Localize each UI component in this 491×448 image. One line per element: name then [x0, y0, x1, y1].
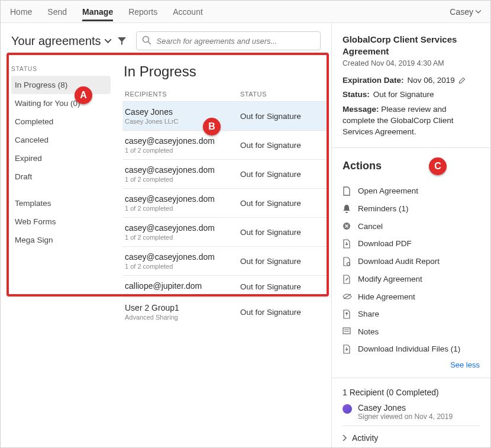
share-icon: [343, 310, 352, 319]
actions-title: Actions C: [343, 157, 480, 175]
action-reminders[interactable]: Reminders (1): [343, 200, 480, 218]
list-title: In Progress: [124, 63, 328, 80]
files-icon: [343, 344, 352, 354]
col-header-recipients[interactable]: RECIPIENTS: [125, 91, 240, 98]
action-download-pdf[interactable]: Download PDF: [343, 235, 480, 253]
action-download-audit[interactable]: Download Audit Report: [343, 253, 480, 270]
table-row[interactable]: calliope@jupiter.dom Out for Signature: [122, 275, 328, 297]
avatar-icon: [343, 404, 352, 414]
cancel-icon: [343, 222, 352, 230]
nav-home[interactable]: Home: [10, 2, 32, 21]
chevron-right-icon: [343, 435, 347, 441]
table-row[interactable]: User 2 Group1Advanced Sharing Out for Si…: [122, 297, 328, 326]
top-nav: Home Send Manage Reports Account Casey: [1, 1, 490, 23]
sidebar-item-webforms[interactable]: Web Forms: [11, 212, 111, 231]
action-notes[interactable]: Notes: [343, 323, 480, 340]
file-icon: [343, 186, 352, 196]
search-icon: [142, 36, 151, 45]
chevron-down-icon: [476, 10, 481, 14]
see-less-link[interactable]: See less: [343, 358, 480, 375]
sidebar-item-megasign[interactable]: Mega Sign: [11, 231, 111, 249]
activity-toggle[interactable]: Activity: [343, 426, 480, 447]
action-cancel[interactable]: Cancel: [343, 218, 480, 235]
user-menu[interactable]: Casey: [450, 7, 481, 17]
edit-icon: [343, 275, 352, 284]
message-label: Message:: [343, 105, 379, 114]
download-icon: [343, 239, 352, 249]
nav-account[interactable]: Account: [173, 2, 203, 21]
chevron-down-icon: [105, 39, 111, 43]
table-row[interactable]: casey@caseyjones.dom1 of 2 completed Out…: [122, 130, 328, 159]
sidebar-item-completed[interactable]: Completed: [11, 112, 111, 131]
action-download-files[interactable]: Download Individual Files (1): [343, 340, 480, 358]
recipients-header: 1 Recipient (0 Completed): [343, 388, 480, 397]
audit-icon: [343, 257, 352, 266]
annotation-badge-c: C: [429, 157, 447, 175]
expiration-value: Nov 06, 2019: [408, 76, 455, 85]
sidebar-item-canceled[interactable]: Canceled: [11, 131, 111, 149]
nav-manage[interactable]: Manage: [82, 2, 113, 21]
status-sidebar: STATUS In Progress (8) Waiting for You (…: [1, 56, 117, 447]
bell-icon: [343, 204, 352, 214]
hide-icon: [343, 293, 352, 300]
sidebar-item-in-progress[interactable]: In Progress (8): [11, 76, 111, 94]
table-row[interactable]: casey@caseyjones.dom1 of 2 completed Out…: [122, 159, 328, 188]
agreement-list: In Progress RECIPIENTS STATUS Casey Jone…: [117, 56, 331, 447]
action-hide[interactable]: Hide Agreement: [343, 288, 480, 305]
svg-line-1: [148, 42, 151, 45]
agreement-created: Created Nov 04, 2019 4:30 AM: [343, 59, 480, 67]
notes-icon: [343, 327, 352, 336]
details-panel: GlobalCorp Client Services Agreement Cre…: [332, 23, 490, 447]
action-modify[interactable]: Modify Agreement: [343, 270, 480, 288]
sidebar-status-header: STATUS: [11, 66, 111, 72]
recipient-row[interactable]: Casey Jones Signer viewed on Nov 4, 2019: [343, 403, 480, 421]
nav-send[interactable]: Send: [47, 2, 67, 21]
search-input[interactable]: [136, 31, 321, 50]
sidebar-item-expired[interactable]: Expired: [11, 149, 111, 167]
action-share[interactable]: Share: [343, 305, 480, 323]
sidebar-item-draft[interactable]: Draft: [11, 167, 111, 186]
table-row[interactable]: casey@caseyjones.dom1 of 2 completed Out…: [122, 188, 328, 217]
filter-icon[interactable]: [117, 36, 127, 46]
sidebar-item-templates[interactable]: Templates: [11, 194, 111, 212]
table-row[interactable]: casey@caseyjones.dom1 of 2 completed Out…: [122, 246, 328, 275]
agreement-title: GlobalCorp Client Services Agreement: [343, 34, 480, 57]
svg-point-0: [143, 37, 148, 43]
expiration-label: Expiration Date:: [343, 76, 404, 85]
your-agreements-dropdown[interactable]: Your agreements: [11, 34, 111, 48]
table-row[interactable]: casey@caseyjones.dom1 of 2 completed Out…: [122, 217, 328, 246]
table-row[interactable]: Casey JonesCasey Jones LLrC Out for Sign…: [122, 101, 328, 130]
svg-rect-5: [343, 328, 350, 334]
action-open-agreement[interactable]: Open Agreement: [343, 182, 480, 200]
status-value: Out for Signature: [373, 90, 434, 99]
status-label: Status:: [343, 90, 370, 99]
col-header-status[interactable]: STATUS: [240, 91, 267, 98]
sidebar-item-waiting[interactable]: Waiting for You (0): [11, 94, 111, 112]
edit-expiration-icon[interactable]: [458, 76, 466, 84]
nav-reports[interactable]: Reports: [128, 2, 157, 21]
